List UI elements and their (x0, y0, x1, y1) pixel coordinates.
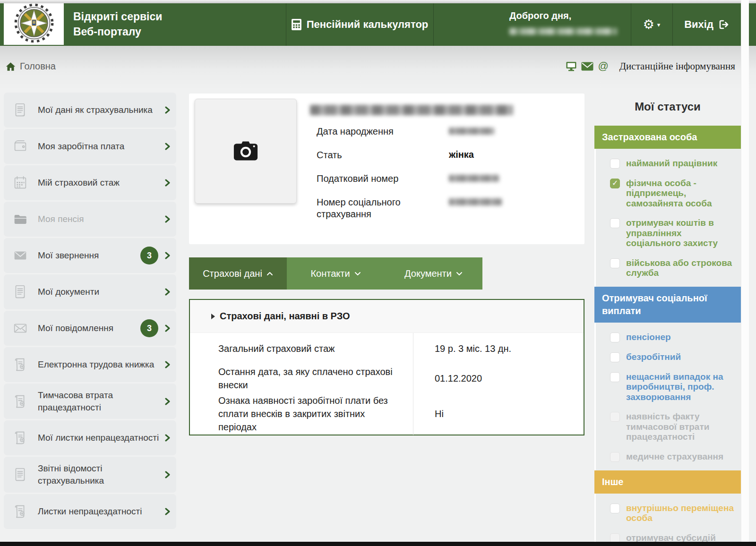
at-sign-icon: @ (598, 60, 608, 72)
chevron-right-icon (165, 143, 171, 150)
sidebar-item-my-appeals[interactable]: Мої звернення 3 (4, 238, 176, 273)
sidebar-item-my-salary[interactable]: Моя заробітна плата (4, 129, 176, 164)
row-value: Ні (413, 392, 584, 435)
status-internally-displaced[interactable]: внутрішньо переміщена особа (596, 498, 738, 528)
chevron-right-icon (165, 215, 171, 223)
row-label: Остання дата, за яку сплачено страхові в… (190, 364, 413, 392)
tab-contacts[interactable]: Контакти (287, 257, 385, 290)
scroll-stamp-icon (11, 356, 30, 374)
statuses-title: Мої статуси (594, 100, 741, 113)
sidebar-item-my-documents[interactable]: Мої документи (4, 274, 176, 309)
sidebar-item-label: Звітні відомості страхувальника (30, 462, 165, 486)
folder-icon (11, 210, 30, 228)
checkbox-unchecked-icon (610, 352, 620, 362)
remote-informing[interactable]: @ Дистанційне інформування (566, 60, 735, 72)
checkbox-unchecked-icon (610, 333, 620, 342)
notifications-count-badge: 3 (140, 319, 158, 337)
status-work-accident[interactable]: нещасний випадок на виробництві, проф. з… (596, 367, 738, 407)
status-pensioner[interactable]: пенсіонер (596, 327, 738, 347)
breadcrumb-home[interactable]: Головна (6, 61, 56, 72)
appeals-count-badge: 3 (140, 247, 158, 264)
envelope-icon (581, 62, 593, 71)
portal-title: Відкриті сервіси Веб-порталу (73, 9, 162, 39)
tab-documents[interactable]: Документи (385, 257, 482, 290)
sidebar-item-my-insurer-data[interactable]: Мої дані як страхувальника (4, 93, 176, 128)
status-group-list: пенсіонер безробітний нещасний випадок н… (594, 323, 741, 470)
field-label: Податковий номер (317, 173, 449, 185)
field-label: Номер соціального страхування (317, 196, 430, 220)
sidebar-item-label: Мої документи (30, 286, 165, 298)
field-label: Дата народження (317, 126, 449, 137)
window-bottom-edge (0, 542, 756, 546)
user-name-redacted (509, 28, 617, 35)
my-statuses-panel: Мої статуси Застрахована особа найманий … (594, 100, 741, 546)
chevron-right-icon (165, 179, 171, 187)
triangle-right-icon (211, 314, 215, 319)
status-self-employed[interactable]: фізична особа - підприємець, самозайнята… (596, 173, 738, 213)
row-label: Ознака наявності заробітної плати без сп… (190, 392, 413, 435)
envelope-outline-icon (11, 319, 30, 337)
status-hired-worker[interactable]: найманий працівник (596, 154, 738, 173)
sign-out-icon (718, 19, 729, 30)
sidebar-item-electronic-work-book[interactable]: Електронна трудова книжка (4, 347, 176, 382)
sidebar-item-label: Моя заробітна плата (30, 140, 165, 153)
breadcrumb-home-label: Головна (20, 61, 56, 72)
settings-menu-button[interactable]: ⚙ ▾ (631, 3, 672, 46)
tab-label: Документи (404, 268, 452, 279)
sidebar-item-my-insurance-record[interactable]: Мій страховий стаж (4, 165, 176, 200)
chevron-right-icon (165, 324, 171, 332)
panel-title: Страхові дані, наявні в РЗО (220, 311, 350, 322)
chevron-right-icon (165, 252, 171, 259)
app-header: Відкриті сервіси Веб-порталу Пенсійний к… (0, 3, 756, 46)
sidebar-item-sick-leaves[interactable]: Листки непрацездатності (4, 494, 176, 529)
sidebar-item-label: Мої повідомлення (30, 322, 140, 334)
status-military-service[interactable]: військова або строкова служба (596, 253, 738, 283)
checkbox-unchecked-icon (610, 218, 620, 228)
portal-title-line1: Відкриті сервіси (73, 9, 162, 24)
status-group-insured-person: Застрахована особа (594, 126, 741, 149)
sidebar-item-label: Моя пенсія (30, 213, 165, 225)
status-temporary-disability-fact[interactable]: наявність факту тимчасової втрати працез… (596, 407, 738, 446)
main-navigation: Мої дані як страхувальника Моя заробітна… (4, 93, 176, 529)
calculator-icon (291, 18, 302, 31)
sidebar-item-my-notifications[interactable]: Мої повідомлення 3 (4, 311, 176, 346)
tab-insurance-data[interactable]: Страхові дані (189, 257, 287, 290)
document-icon (11, 466, 30, 484)
logout-button[interactable]: Вихід (672, 3, 741, 46)
caret-down-icon: ▾ (657, 21, 661, 28)
portal-logo[interactable] (4, 1, 64, 45)
sidebar-item-label: Мої листки непрацездатності (30, 432, 165, 444)
checkbox-unchecked-icon (610, 258, 620, 268)
status-social-protection-funds[interactable]: отримувач коштів в управліннях соціально… (596, 213, 738, 253)
tab-label: Контакти (310, 268, 350, 279)
sidebar-item-temporary-disability[interactable]: Тимчасова втрата працездатності (4, 384, 176, 419)
camera-icon (232, 139, 260, 163)
sidebar-item-insurer-reports[interactable]: Звітні відомості страхувальника (4, 457, 176, 492)
portal-title-line2: Веб-порталу (73, 24, 162, 39)
tab-label: Страхові дані (203, 268, 262, 279)
sidebar-item-label: Листки непрацездатності (30, 505, 165, 518)
panel-header[interactable]: Страхові дані, наявні в РЗО (190, 300, 584, 333)
sidebar-item-my-sick-leaves[interactable]: Мої листки непрацездатності (4, 420, 176, 455)
chevron-up-icon (266, 272, 273, 276)
status-unemployed[interactable]: безробітний (596, 347, 738, 367)
sidebar-item-my-pension[interactable]: Моя пенсія (4, 202, 176, 237)
profile-name-redacted (310, 105, 513, 115)
photo-placeholder[interactable] (195, 99, 297, 204)
gear-icon: ⚙ (643, 18, 654, 31)
checkbox-checked-icon (610, 179, 620, 188)
pension-calculator-link[interactable]: Пенсійний калькулятор (286, 3, 433, 46)
chevron-right-icon (165, 361, 171, 368)
profile-tabs: Страхові дані Контакти Документи (189, 257, 482, 290)
vertical-scrollbar[interactable] (741, 0, 749, 546)
pension-calculator-label: Пенсійний калькулятор (307, 18, 429, 31)
chevron-right-icon (165, 288, 171, 296)
profile-field-tax-number: Податковий номер (317, 173, 572, 185)
status-group-social-benefit: Отримувач соціальної виплати (594, 287, 741, 323)
tax-number-redacted (449, 175, 499, 182)
checkbox-unchecked-icon (610, 159, 620, 169)
chevron-right-icon (165, 106, 171, 114)
chevron-down-icon (354, 272, 361, 276)
chevron-right-icon (165, 471, 171, 478)
status-medical-insurance[interactable]: медичне страхування (596, 447, 738, 467)
